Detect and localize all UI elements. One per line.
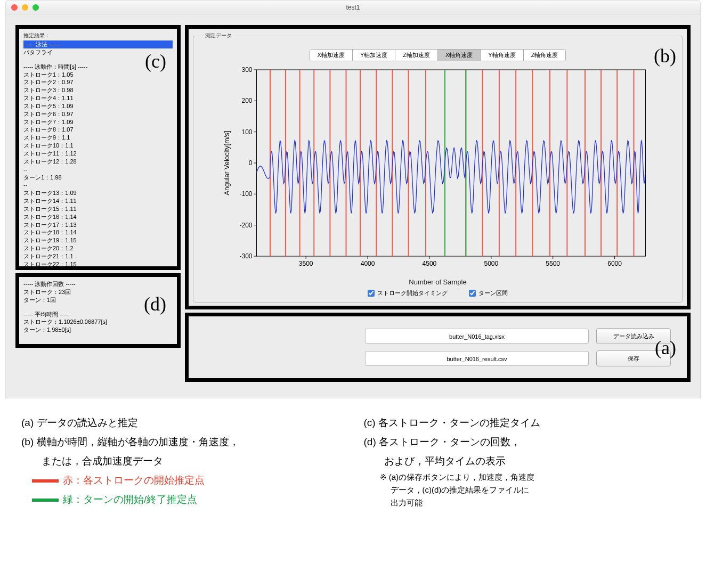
stroke-line: ストローク2：0.97	[23, 78, 173, 86]
svg-text:4000: 4000	[361, 260, 375, 267]
svg-text:100: 100	[241, 128, 252, 136]
window-title: test1	[6, 4, 700, 11]
svg-text:5000: 5000	[484, 260, 498, 267]
stroke-line: ストローク19：1.15	[23, 236, 173, 244]
stroke-line: ストローク13：1.09	[23, 189, 173, 197]
caption-red: 赤：各ストロークの開始推定点	[63, 475, 205, 486]
caption-b1: (b) 横軸が時間，縦軸が各軸の加速度・角速度，	[21, 432, 343, 452]
caption-note3: 出力可能	[391, 496, 685, 509]
tab-3[interactable]: X軸角速度	[438, 50, 481, 61]
tab-2[interactable]: Z軸加速度	[395, 50, 438, 61]
style-separator[interactable]: ----- 泳法 -----	[23, 40, 173, 48]
dash: --	[23, 166, 173, 174]
stroke-line: ストローク22：1.15	[23, 260, 173, 268]
label-d: (d)	[144, 293, 166, 315]
output-file-field[interactable]: butter_N016_result.csv	[365, 351, 589, 366]
red-swatch	[32, 479, 59, 483]
panel-d: (d) ----- 泳動作回数 ----- ストローク：23回 ターン：1回 -…	[15, 273, 181, 348]
stroke-line: ストローク6：0.97	[23, 110, 173, 118]
check-stroke-box[interactable]	[368, 290, 375, 297]
chart-plot: -300-200-1000100200300350040004500500055…	[203, 64, 672, 277]
tab-4[interactable]: Y軸角速度	[481, 50, 523, 61]
svg-text:5500: 5500	[546, 260, 560, 267]
chart-legend: 測定データ	[203, 32, 234, 39]
turn-avg: ターン：1.98±0[s]	[23, 326, 173, 334]
stroke-line: ストローク18：1.14	[23, 228, 173, 236]
count-sep: ----- 泳動作回数 -----	[23, 280, 173, 288]
tab-1[interactable]: Y軸加速度	[353, 50, 395, 61]
svg-text:300: 300	[241, 66, 252, 74]
app-window: test1 (c) 推定結果： ----- 泳法 ----- バタフライ ---…	[5, 0, 701, 398]
caption-b2: または，合成加速度データ	[21, 452, 343, 471]
caption-block: (a) データの読込みと推定 (b) 横軸が時間，縦軸が各軸の加速度・角速度， …	[5, 413, 701, 509]
stroke-line: ストローク9：1.1	[23, 134, 173, 142]
svg-rect-0	[257, 70, 646, 256]
turn-line: ターン1：1.98	[23, 174, 173, 182]
caption-c: (c) 各ストローク・ターンの推定タイム	[364, 413, 685, 432]
chart-fieldset: 測定データ X軸加速度Y軸加速度Z軸加速度X軸角速度Y軸角速度Z軸角速度 -30…	[193, 32, 683, 303]
check-turn-box[interactable]	[469, 290, 476, 297]
stroke-line: ストローク5：1.09	[23, 102, 173, 110]
tab-0[interactable]: X軸加速度	[310, 50, 353, 61]
stroke-line: ストローク4：1.11	[23, 94, 173, 102]
stroke-line: ストローク16：1.14	[23, 213, 173, 221]
label-c: (c)	[145, 50, 166, 72]
svg-text:0: 0	[249, 159, 253, 167]
stroke-avg: ストローク：1.1026±0.06877[s]	[23, 318, 173, 326]
svg-text:-100: -100	[239, 190, 252, 198]
dash2: --	[23, 181, 173, 189]
stroke-line: ストローク10：1.1	[23, 142, 173, 150]
titlebar: test1	[6, 1, 700, 14]
svg-text:200: 200	[241, 97, 252, 104]
check-turn[interactable]: ターン区間	[469, 289, 508, 297]
panel-b: (b) 測定データ X軸加速度Y軸加速度Z軸加速度X軸角速度Y軸角速度Z軸角速度…	[185, 25, 691, 309]
check-stroke[interactable]: ストローク開始タイミング	[368, 289, 448, 297]
stroke-line: ストローク17：1.13	[23, 221, 173, 229]
caption-d1: (d) 各ストローク・ターンの回数，	[364, 432, 685, 452]
axis-tabs: X軸加速度Y軸加速度Z軸加速度X軸角速度Y軸角速度Z軸角速度	[310, 49, 566, 61]
svg-text:-300: -300	[239, 252, 252, 260]
stroke-line: ストローク11：1.12	[23, 150, 173, 158]
stroke-line: ストローク7：1.09	[23, 118, 173, 126]
stroke-line: ストローク21：1.1	[23, 252, 173, 260]
input-file-field[interactable]: butter_N016_tag.xlsx	[365, 329, 589, 344]
caption-green: 緑：ターンの開始/終了推定点	[63, 494, 197, 505]
svg-text:6000: 6000	[607, 260, 622, 267]
green-swatch	[32, 499, 59, 502]
panel-c: (c) 推定結果： ----- 泳法 ----- バタフライ ----- 泳動作…	[15, 25, 181, 270]
svg-text:3500: 3500	[299, 260, 313, 267]
caption-a: (a) データの読込みと推定	[21, 413, 343, 432]
stroke-line: ストローク20：1.2	[23, 244, 173, 252]
stroke-line: ストローク15：1.11	[23, 205, 173, 213]
stroke-line: ストローク23：1.11	[23, 268, 173, 270]
caption-d2: および，平均タイムの表示	[364, 452, 685, 471]
stroke-line: ストローク12：1.28	[23, 158, 173, 166]
stroke-line: ストローク3：0.98	[23, 86, 173, 94]
stroke-line: ストローク8：1.07	[23, 126, 173, 134]
caption-note1: ※ (a)の保存ボタンにより，加速度，角速度	[380, 471, 685, 484]
stroke-line: ストローク14：1.11	[23, 197, 173, 205]
tab-5[interactable]: Z軸角速度	[524, 50, 566, 61]
x-axis-label: Number of Sample	[203, 278, 672, 286]
svg-text:-200: -200	[239, 222, 252, 229]
caption-note2: データ，(c)(d)の推定結果をファイルに	[391, 484, 685, 496]
svg-text:Angular Velocity[m/s]: Angular Velocity[m/s]	[223, 130, 231, 195]
svg-text:4500: 4500	[423, 260, 437, 267]
label-a: (a)	[655, 337, 676, 359]
panel-a: (a) butter_N016_tag.xlsx データ読み込み butter_…	[185, 313, 691, 382]
result-header: 推定結果：	[23, 32, 173, 39]
